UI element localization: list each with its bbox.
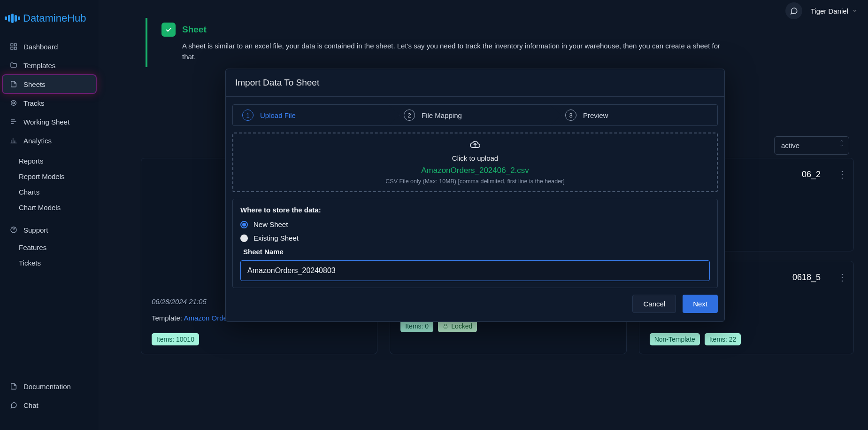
- help-icon: [9, 226, 18, 234]
- chat-icon: [9, 401, 18, 409]
- radio-label: Existing Sheet: [253, 234, 299, 242]
- sidebar-item-tracks[interactable]: Tracks: [3, 94, 96, 112]
- brand-logo[interactable]: DatamineHub: [0, 8, 99, 38]
- sidebar-subitem-features[interactable]: Features: [12, 240, 96, 255]
- step-number: 3: [565, 109, 576, 121]
- sidebar-item-label: Dashboard: [23, 43, 58, 51]
- sidebar-subitem-tickets[interactable]: Tickets: [12, 255, 96, 271]
- form-section-title: Where to store the data:: [240, 206, 710, 214]
- file-icon: [9, 382, 18, 391]
- import-modal: Import Data To Sheet 1 Upload File 2 Fil…: [225, 69, 725, 322]
- dropzone-filename: AmazonOrders_202406_2.csv: [238, 166, 712, 175]
- import-form: Where to store the data: New Sheet Exist…: [232, 199, 718, 288]
- sidebar-subitem-report-models[interactable]: Report Models: [12, 169, 96, 184]
- modal-title: Import Data To Sheet: [226, 69, 724, 97]
- sidebar-item-label: Documentation: [23, 383, 71, 391]
- radio-icon: [240, 221, 248, 228]
- sidebar-subitem-charts[interactable]: Charts: [12, 184, 96, 200]
- wizard-stepper: 1 Upload File 2 File Mapping 3 Preview: [232, 104, 718, 126]
- sidebar-item-sheets[interactable]: Sheets: [3, 75, 96, 93]
- cloud-upload-icon: [238, 139, 712, 150]
- sidebar-item-support[interactable]: Support: [3, 221, 96, 239]
- sidebar-item-label: Chat: [23, 401, 38, 409]
- step-preview[interactable]: 3 Preview: [556, 105, 717, 125]
- sheet-name-input[interactable]: [240, 260, 710, 281]
- bar-icon: [9, 136, 18, 145]
- modal-backdrop: Import Data To Sheet 1 Upload File 2 Fil…: [99, 0, 868, 430]
- svg-rect-2: [11, 47, 13, 49]
- next-button[interactable]: Next: [683, 295, 718, 313]
- step-label: Upload File: [260, 111, 296, 119]
- sidebar-subitem-chart-models[interactable]: Chart Models: [12, 200, 96, 215]
- step-upload-file[interactable]: 1 Upload File: [233, 105, 394, 125]
- radio-new-sheet[interactable]: New Sheet: [240, 220, 710, 228]
- step-number: 1: [242, 109, 253, 121]
- sidebar-subitem-reports[interactable]: Reports: [12, 153, 96, 169]
- sidebar-item-label: Charts: [19, 188, 39, 196]
- sidebar-item-label: Analytics: [23, 137, 52, 145]
- svg-rect-3: [14, 47, 16, 49]
- sidebar-item-documentation[interactable]: Documentation: [3, 377, 96, 395]
- sidebar-item-dashboard[interactable]: Dashboard: [3, 38, 96, 55]
- sidebar-item-chat[interactable]: Chat: [3, 396, 96, 414]
- radio-icon: [240, 235, 248, 242]
- sidebar-nav: Dashboard Templates Sheets Tracks Workin…: [0, 38, 99, 271]
- radio-existing-sheet[interactable]: Existing Sheet: [240, 234, 710, 242]
- sidebar-subgroup-analytics: Reports Report Models Charts Chart Model…: [3, 153, 96, 215]
- sidebar-item-label: Tracks: [23, 99, 44, 107]
- list-icon: [9, 117, 18, 126]
- dropzone-hint: CSV File only (Max: 10MB) [comma delimit…: [238, 178, 712, 185]
- sidebar-item-working-sheet[interactable]: Working Sheet: [3, 113, 96, 131]
- modal-footer: Cancel Next: [226, 295, 724, 321]
- svg-rect-1: [14, 44, 16, 46]
- sidebar-bottom: Documentation Chat: [3, 377, 96, 414]
- svg-point-4: [11, 101, 16, 106]
- svg-rect-0: [11, 44, 13, 46]
- brand-name: DatamineHub: [23, 12, 86, 24]
- step-label: Preview: [583, 111, 608, 119]
- cancel-button[interactable]: Cancel: [632, 295, 676, 313]
- sidebar-subgroup-support: Features Tickets: [3, 240, 96, 271]
- sheet-name-label: Sheet Name: [243, 248, 710, 256]
- sidebar-item-label: Templates: [23, 62, 55, 70]
- target-icon: [9, 99, 18, 107]
- folder-icon: [9, 61, 18, 70]
- step-label: File Mapping: [422, 111, 462, 119]
- sidebar-item-label: Support: [23, 226, 48, 234]
- sidebar-item-label: Reports: [19, 157, 44, 165]
- dropzone-click-text: Click to upload: [238, 154, 712, 162]
- step-file-mapping[interactable]: 2 File Mapping: [394, 105, 556, 125]
- sidebar-item-label: Sheets: [23, 80, 46, 88]
- sidebar-item-label: Report Models: [19, 172, 65, 180]
- sidebar-item-label: Features: [19, 243, 46, 251]
- sidebar-item-analytics[interactable]: Analytics: [3, 132, 96, 149]
- upload-dropzone[interactable]: Click to upload AmazonOrders_202406_2.cs…: [232, 133, 718, 192]
- sidebar-item-label: Tickets: [19, 259, 41, 267]
- sidebar-item-templates[interactable]: Templates: [3, 56, 96, 74]
- step-number: 2: [404, 109, 415, 121]
- grid-icon: [9, 42, 18, 51]
- sidebar: DatamineHub Dashboard Templates Sheets T…: [0, 0, 99, 430]
- svg-point-5: [13, 102, 15, 104]
- radio-label: New Sheet: [253, 220, 288, 228]
- logo-bars-icon: [5, 14, 20, 23]
- sidebar-item-label: Chart Models: [19, 203, 61, 211]
- sidebar-item-label: Working Sheet: [23, 118, 69, 126]
- file-icon: [9, 80, 18, 88]
